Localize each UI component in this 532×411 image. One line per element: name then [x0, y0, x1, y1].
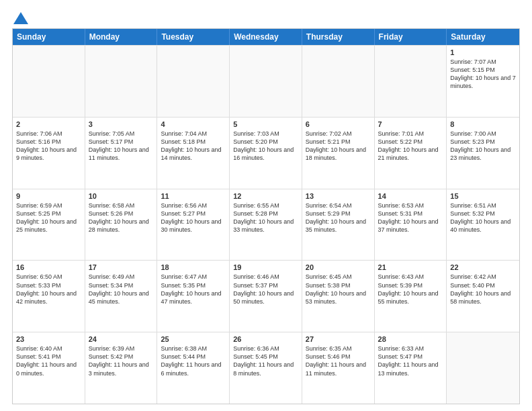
day-info: Sunrise: 6:50 AM Sunset: 5:33 PM Dayligh…: [16, 273, 81, 306]
day-number: 6: [306, 120, 371, 128]
day-number: 18: [161, 263, 226, 271]
empty-cell-4-6: [447, 332, 519, 404]
day-info: Sunrise: 6:35 AM Sunset: 5:46 PM Dayligh…: [306, 345, 371, 377]
calendar-row-3: 9Sunrise: 6:59 AM Sunset: 5:25 PM Daylig…: [13, 189, 519, 261]
day-cell-3: 3Sunrise: 7:05 AM Sunset: 5:17 PM Daylig…: [85, 118, 158, 189]
day-info: Sunrise: 6:45 AM Sunset: 5:38 PM Dayligh…: [306, 273, 371, 306]
day-info: Sunrise: 6:38 AM Sunset: 5:44 PM Dayligh…: [161, 345, 226, 377]
day-cell-28: 28Sunrise: 6:33 AM Sunset: 5:47 PM Dayli…: [375, 332, 447, 404]
day-number: 28: [378, 335, 443, 343]
empty-cell-0-1: [85, 46, 158, 117]
calendar-row-1: 1Sunrise: 7:07 AM Sunset: 5:15 PM Daylig…: [13, 45, 519, 117]
page-header: [12, 12, 520, 23]
weekday-header-thursday: Thursday: [302, 29, 375, 45]
day-cell-4: 4Sunrise: 7:04 AM Sunset: 5:18 PM Daylig…: [157, 118, 230, 189]
day-cell-22: 22Sunrise: 6:42 AM Sunset: 5:40 PM Dayli…: [447, 261, 519, 332]
day-cell-17: 17Sunrise: 6:49 AM Sunset: 5:34 PM Dayli…: [85, 261, 158, 332]
empty-cell-0-2: [157, 46, 230, 117]
day-number: 24: [89, 335, 154, 343]
calendar-body: 1Sunrise: 7:07 AM Sunset: 5:15 PM Daylig…: [13, 45, 519, 404]
day-cell-18: 18Sunrise: 6:47 AM Sunset: 5:35 PM Dayli…: [157, 261, 230, 332]
weekday-header-friday: Friday: [375, 29, 447, 45]
empty-cell-0-0: [13, 46, 85, 117]
day-cell-8: 8Sunrise: 7:00 AM Sunset: 5:23 PM Daylig…: [447, 118, 519, 189]
day-info: Sunrise: 7:03 AM Sunset: 5:20 PM Dayligh…: [233, 130, 298, 163]
day-cell-2: 2Sunrise: 7:06 AM Sunset: 5:16 PM Daylig…: [13, 118, 85, 189]
day-cell-20: 20Sunrise: 6:45 AM Sunset: 5:38 PM Dayli…: [302, 261, 375, 332]
day-cell-13: 13Sunrise: 6:54 AM Sunset: 5:29 PM Dayli…: [302, 189, 375, 261]
day-info: Sunrise: 7:05 AM Sunset: 5:17 PM Dayligh…: [89, 130, 154, 163]
day-number: 14: [378, 192, 443, 200]
day-number: 2: [16, 120, 81, 128]
day-number: 10: [89, 192, 154, 200]
day-info: Sunrise: 6:53 AM Sunset: 5:31 PM Dayligh…: [378, 201, 443, 234]
day-number: 1: [450, 48, 516, 56]
day-cell-14: 14Sunrise: 6:53 AM Sunset: 5:31 PM Dayli…: [375, 189, 447, 261]
day-number: 9: [16, 192, 81, 200]
calendar-row-4: 16Sunrise: 6:50 AM Sunset: 5:33 PM Dayli…: [13, 260, 519, 332]
day-cell-24: 24Sunrise: 6:39 AM Sunset: 5:42 PM Dayli…: [85, 332, 158, 404]
day-cell-26: 26Sunrise: 6:36 AM Sunset: 5:45 PM Dayli…: [230, 332, 302, 404]
day-cell-10: 10Sunrise: 6:58 AM Sunset: 5:26 PM Dayli…: [85, 189, 158, 261]
day-number: 20: [306, 263, 371, 271]
day-info: Sunrise: 6:54 AM Sunset: 5:29 PM Dayligh…: [306, 201, 371, 234]
day-number: 3: [89, 120, 154, 128]
day-cell-15: 15Sunrise: 6:51 AM Sunset: 5:32 PM Dayli…: [447, 189, 519, 261]
empty-cell-0-3: [230, 46, 302, 117]
day-number: 25: [161, 335, 226, 343]
weekday-header-saturday: Saturday: [447, 29, 519, 45]
day-number: 8: [450, 120, 516, 128]
day-cell-5: 5Sunrise: 7:03 AM Sunset: 5:20 PM Daylig…: [230, 118, 302, 189]
day-cell-7: 7Sunrise: 7:01 AM Sunset: 5:22 PM Daylig…: [375, 118, 447, 189]
day-number: 11: [161, 192, 226, 200]
day-number: 13: [306, 192, 371, 200]
day-number: 15: [450, 192, 516, 200]
day-info: Sunrise: 6:55 AM Sunset: 5:28 PM Dayligh…: [233, 201, 298, 234]
day-info: Sunrise: 6:40 AM Sunset: 5:41 PM Dayligh…: [16, 345, 81, 377]
day-number: 12: [233, 192, 298, 200]
day-info: Sunrise: 7:06 AM Sunset: 5:16 PM Dayligh…: [16, 130, 81, 163]
day-number: 17: [89, 263, 154, 271]
day-info: Sunrise: 6:36 AM Sunset: 5:45 PM Dayligh…: [233, 345, 298, 377]
day-info: Sunrise: 6:49 AM Sunset: 5:34 PM Dayligh…: [89, 273, 154, 306]
day-cell-6: 6Sunrise: 7:02 AM Sunset: 5:21 PM Daylig…: [302, 118, 375, 189]
day-info: Sunrise: 7:04 AM Sunset: 5:18 PM Dayligh…: [161, 130, 226, 163]
day-info: Sunrise: 6:59 AM Sunset: 5:25 PM Dayligh…: [16, 201, 81, 234]
empty-cell-0-4: [302, 46, 375, 117]
day-number: 27: [306, 335, 371, 343]
day-info: Sunrise: 7:00 AM Sunset: 5:23 PM Dayligh…: [450, 130, 516, 163]
day-info: Sunrise: 7:01 AM Sunset: 5:22 PM Dayligh…: [378, 130, 443, 163]
calendar-header: SundayMondayTuesdayWednesdayThursdayFrid…: [13, 29, 519, 45]
day-cell-12: 12Sunrise: 6:55 AM Sunset: 5:28 PM Dayli…: [230, 189, 302, 261]
day-info: Sunrise: 6:56 AM Sunset: 5:27 PM Dayligh…: [161, 201, 226, 234]
logo-icon: [13, 12, 28, 24]
day-cell-23: 23Sunrise: 6:40 AM Sunset: 5:41 PM Dayli…: [13, 332, 85, 404]
day-cell-21: 21Sunrise: 6:43 AM Sunset: 5:39 PM Dayli…: [375, 261, 447, 332]
day-number: 21: [378, 263, 443, 271]
day-number: 19: [233, 263, 298, 271]
svg-marker-0: [13, 12, 28, 24]
day-cell-16: 16Sunrise: 6:50 AM Sunset: 5:33 PM Dayli…: [13, 261, 85, 332]
day-cell-1: 1Sunrise: 7:07 AM Sunset: 5:15 PM Daylig…: [447, 46, 519, 117]
day-info: Sunrise: 6:46 AM Sunset: 5:37 PM Dayligh…: [233, 273, 298, 306]
day-cell-9: 9Sunrise: 6:59 AM Sunset: 5:25 PM Daylig…: [13, 189, 85, 261]
day-info: Sunrise: 6:42 AM Sunset: 5:40 PM Dayligh…: [450, 273, 516, 306]
day-info: Sunrise: 6:33 AM Sunset: 5:47 PM Dayligh…: [378, 345, 443, 377]
day-info: Sunrise: 6:43 AM Sunset: 5:39 PM Dayligh…: [378, 273, 443, 306]
weekday-header-tuesday: Tuesday: [157, 29, 230, 45]
day-info: Sunrise: 7:02 AM Sunset: 5:21 PM Dayligh…: [306, 130, 371, 163]
day-info: Sunrise: 7:07 AM Sunset: 5:15 PM Dayligh…: [450, 58, 516, 91]
calendar-row-5: 23Sunrise: 6:40 AM Sunset: 5:41 PM Dayli…: [13, 332, 519, 404]
day-cell-19: 19Sunrise: 6:46 AM Sunset: 5:37 PM Dayli…: [230, 261, 302, 332]
day-info: Sunrise: 6:51 AM Sunset: 5:32 PM Dayligh…: [450, 201, 516, 234]
day-number: 23: [16, 335, 81, 343]
day-info: Sunrise: 6:39 AM Sunset: 5:42 PM Dayligh…: [89, 345, 154, 377]
day-info: Sunrise: 6:58 AM Sunset: 5:26 PM Dayligh…: [89, 201, 154, 234]
day-cell-27: 27Sunrise: 6:35 AM Sunset: 5:46 PM Dayli…: [302, 332, 375, 404]
empty-cell-0-5: [375, 46, 447, 117]
day-number: 7: [378, 120, 443, 128]
day-number: 22: [450, 263, 516, 271]
day-cell-11: 11Sunrise: 6:56 AM Sunset: 5:27 PM Dayli…: [157, 189, 230, 261]
day-number: 16: [16, 263, 81, 271]
logo: [12, 12, 28, 23]
